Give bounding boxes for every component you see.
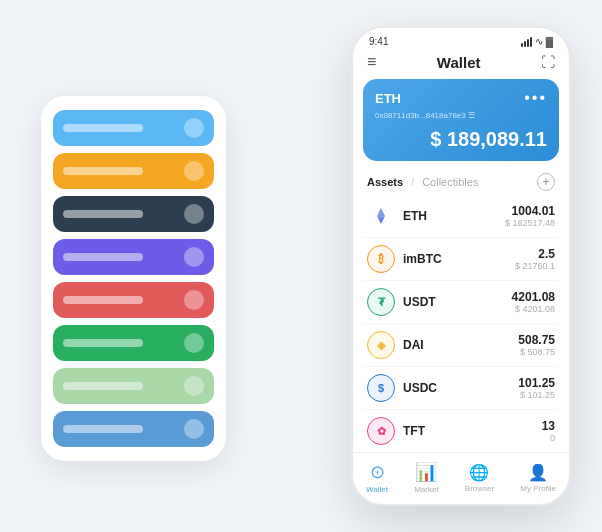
card-circle xyxy=(184,290,204,310)
imbtc-name: imBTC xyxy=(403,252,515,266)
usdt-icon: ₮ xyxy=(367,288,395,316)
scan-icon[interactable]: ⛶ xyxy=(541,54,555,70)
scene: 9:41 ∿ ▓ ≡ Wallet ⛶ ETH ••• xyxy=(21,16,581,516)
eth-usd: $ 162517.48 xyxy=(505,218,555,228)
tab-assets[interactable]: Assets xyxy=(367,176,403,188)
eth-card-address: 0x08711d3b...8418a78e3 ☰ xyxy=(375,111,547,120)
usdc-name: USDC xyxy=(403,381,518,395)
wallet-nav-icon: ⊙ xyxy=(370,461,385,483)
card-bar xyxy=(63,339,143,347)
stack-card-2[interactable] xyxy=(53,153,214,189)
browser-nav-label: Browser xyxy=(465,484,494,493)
nav-browser[interactable]: 🌐 Browser xyxy=(465,463,494,493)
asset-item-usdt[interactable]: ₮ USDT 4201.08 $ 4201.08 xyxy=(363,281,559,324)
card-bar xyxy=(63,124,143,132)
stack-card-7[interactable] xyxy=(53,368,214,404)
market-nav-icon: 📊 xyxy=(415,461,437,483)
usdt-usd: $ 4201.08 xyxy=(512,304,555,314)
card-bar xyxy=(63,382,143,390)
eth-card-balance: $ 189,089.11 xyxy=(375,128,547,151)
card-bar xyxy=(63,425,143,433)
asset-item-tft[interactable]: ✿ TFT 13 0 xyxy=(363,410,559,452)
status-time: 9:41 xyxy=(369,36,388,47)
nav-wallet[interactable]: ⊙ Wallet xyxy=(366,461,388,494)
browser-nav-icon: 🌐 xyxy=(469,463,489,482)
card-circle xyxy=(184,376,204,396)
stack-card-4[interactable] xyxy=(53,239,214,275)
asset-item-eth[interactable]: ETH 1004.01 $ 162517.48 xyxy=(363,195,559,238)
dai-icon: ◈ xyxy=(367,331,395,359)
phone-mockup: 9:41 ∿ ▓ ≡ Wallet ⛶ ETH ••• xyxy=(351,26,571,506)
stack-card-3[interactable] xyxy=(53,196,214,232)
assets-header: Assets / Collectibles + xyxy=(353,169,569,195)
usdc-values: 101.25 $ 101.25 xyxy=(518,376,555,400)
usdt-values: 4201.08 $ 4201.08 xyxy=(512,290,555,314)
usdt-amount: 4201.08 xyxy=(512,290,555,304)
eth-icon xyxy=(367,202,395,230)
assets-tabs: Assets / Collectibles xyxy=(367,176,478,188)
usdt-name: USDT xyxy=(403,295,512,309)
wallet-title: Wallet xyxy=(437,54,481,71)
card-circle xyxy=(184,419,204,439)
eth-card-name: ETH xyxy=(375,91,401,106)
card-circle xyxy=(184,118,204,138)
tft-values: 13 0 xyxy=(542,419,555,443)
eth-card-top: ETH ••• xyxy=(375,89,547,107)
phone-header: ≡ Wallet ⛶ xyxy=(353,51,569,79)
imbtc-usd: $ 21760.1 xyxy=(515,261,555,271)
status-bar: 9:41 ∿ ▓ xyxy=(353,28,569,51)
eth-values: 1004.01 $ 162517.48 xyxy=(505,204,555,228)
tft-usd: 0 xyxy=(542,433,555,443)
asset-item-imbtc[interactable]: ₿ imBTC 2.5 $ 21760.1 xyxy=(363,238,559,281)
battery-icon: ▓ xyxy=(546,36,553,47)
asset-item-dai[interactable]: ◈ DAI 508.75 $ 508.75 xyxy=(363,324,559,367)
eth-card[interactable]: ETH ••• 0x08711d3b...8418a78e3 ☰ $ 189,0… xyxy=(363,79,559,161)
profile-nav-icon: 👤 xyxy=(528,463,548,482)
card-circle xyxy=(184,333,204,353)
signal-icon xyxy=(521,37,532,47)
wifi-icon: ∿ xyxy=(535,36,543,47)
card-bar xyxy=(63,253,143,261)
asset-list: ETH 1004.01 $ 162517.48 ₿ imBTC 2.5 $ 21… xyxy=(353,195,569,452)
stack-card-6[interactable] xyxy=(53,325,214,361)
usdc-amount: 101.25 xyxy=(518,376,555,390)
add-asset-button[interactable]: + xyxy=(537,173,555,191)
card-bar xyxy=(63,210,143,218)
card-bar xyxy=(63,167,143,175)
dai-name: DAI xyxy=(403,338,518,352)
status-icons: ∿ ▓ xyxy=(521,36,553,47)
eth-amount: 1004.01 xyxy=(505,204,555,218)
eth-name: ETH xyxy=(403,209,505,223)
svg-marker-0 xyxy=(377,208,385,218)
imbtc-icon: ₿ xyxy=(367,245,395,273)
card-bar xyxy=(63,296,143,304)
stack-card-5[interactable] xyxy=(53,282,214,318)
usdc-usd: $ 101.25 xyxy=(518,390,555,400)
wallet-nav-label: Wallet xyxy=(366,485,388,494)
stack-card-8[interactable] xyxy=(53,411,214,447)
menu-icon[interactable]: ≡ xyxy=(367,53,376,71)
stack-card-1[interactable] xyxy=(53,110,214,146)
tft-icon: ✿ xyxy=(367,417,395,445)
imbtc-amount: 2.5 xyxy=(515,247,555,261)
imbtc-values: 2.5 $ 21760.1 xyxy=(515,247,555,271)
nav-profile[interactable]: 👤 My Profile xyxy=(520,463,556,493)
dai-amount: 508.75 xyxy=(518,333,555,347)
tab-collectibles[interactable]: Collectibles xyxy=(422,176,478,188)
usdc-icon: $ xyxy=(367,374,395,402)
card-circle xyxy=(184,247,204,267)
profile-nav-label: My Profile xyxy=(520,484,556,493)
dai-usd: $ 508.75 xyxy=(518,347,555,357)
dai-values: 508.75 $ 508.75 xyxy=(518,333,555,357)
eth-card-options[interactable]: ••• xyxy=(524,89,547,107)
card-circle xyxy=(184,161,204,181)
bottom-nav: ⊙ Wallet 📊 Market 🌐 Browser 👤 My Profile xyxy=(353,452,569,504)
asset-item-usdc[interactable]: $ USDC 101.25 $ 101.25 xyxy=(363,367,559,410)
tft-amount: 13 xyxy=(542,419,555,433)
market-nav-label: Market xyxy=(414,485,438,494)
nav-market[interactable]: 📊 Market xyxy=(414,461,438,494)
card-circle xyxy=(184,204,204,224)
card-stack xyxy=(41,96,226,461)
tft-name: TFT xyxy=(403,424,542,438)
tab-separator: / xyxy=(411,176,414,188)
